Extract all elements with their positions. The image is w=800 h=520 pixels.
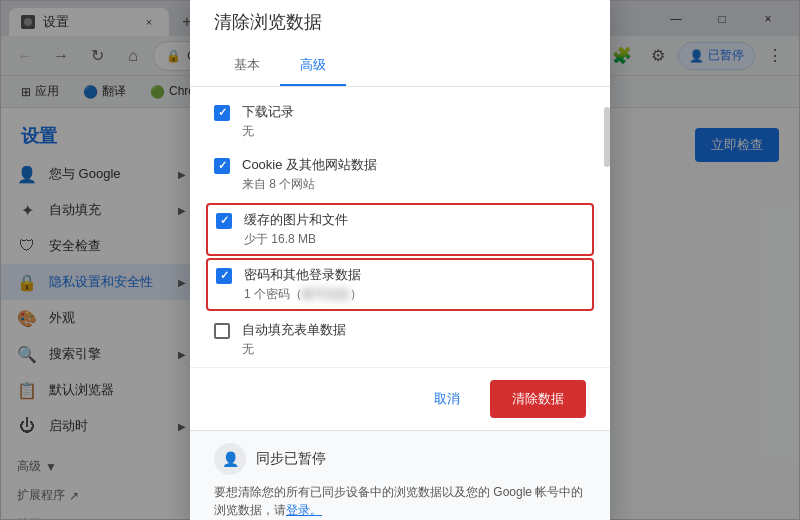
blurred-password-info: 账号信息	[302, 287, 350, 301]
scrollbar[interactable]	[604, 87, 610, 367]
dialog-footer: 取消 清除数据	[190, 367, 610, 430]
checkbox-passwords-box[interactable]: ✓	[216, 268, 232, 284]
dialog-body: ✓ 下载记录 无 ✓ Cookie 及其他网站数据 来自 8 个网站	[190, 87, 610, 367]
checkmark-icon-4: ✓	[220, 269, 229, 282]
sync-header: 👤 同步已暂停	[214, 443, 586, 475]
checkbox-cookies-desc: 来自 8 个网站	[242, 176, 377, 193]
checkbox-downloads-text: 下载记录 无	[242, 103, 294, 140]
checkbox-passwords-text: 密码和其他登录数据 1 个密码（账号信息）	[244, 266, 362, 303]
checkbox-cookies-text: Cookie 及其他网站数据 来自 8 个网站	[242, 156, 377, 193]
checkbox-downloads-box[interactable]: ✓	[214, 105, 230, 121]
checkbox-downloads-desc: 无	[242, 123, 294, 140]
checkbox-cache-text: 缓存的图片和文件 少于 16.8 MB	[244, 211, 348, 248]
avatar-icon: 👤	[222, 451, 239, 467]
checkbox-cache[interactable]: ✓ 缓存的图片和文件 少于 16.8 MB	[206, 203, 594, 256]
sync-title: 同步已暂停	[256, 450, 326, 468]
checkbox-autofill-label: 自动填充表单数据	[242, 321, 346, 339]
checkbox-cache-desc: 少于 16.8 MB	[244, 231, 348, 248]
login-link[interactable]: 登录。	[286, 503, 322, 517]
sync-notification: 👤 同步已暂停 要想清除您的所有已同步设备中的浏览数据以及您的 Google 帐…	[190, 430, 610, 521]
sync-avatar: 👤	[214, 443, 246, 475]
checkbox-passwords-desc: 1 个密码（账号信息）	[244, 286, 362, 303]
clear-data-button[interactable]: 清除数据	[490, 380, 586, 418]
checkbox-cookies-box[interactable]: ✓	[214, 158, 230, 174]
checkbox-autofill-desc: 无	[242, 341, 346, 358]
checkbox-cookies[interactable]: ✓ Cookie 及其他网站数据 来自 8 个网站	[190, 148, 610, 201]
dialog-title: 清除浏览数据	[190, 0, 610, 46]
tab-basic[interactable]: 基本	[214, 46, 280, 86]
tab-advanced[interactable]: 高级	[280, 46, 346, 86]
checkmark-icon-2: ✓	[218, 159, 227, 172]
checkbox-autofill[interactable]: 自动填充表单数据 无	[190, 313, 610, 366]
checkbox-passwords[interactable]: ✓ 密码和其他登录数据 1 个密码（账号信息）	[206, 258, 594, 311]
checkbox-passwords-label: 密码和其他登录数据	[244, 266, 362, 284]
checkbox-cache-box[interactable]: ✓	[216, 213, 232, 229]
checkmark-icon-3: ✓	[220, 214, 229, 227]
checkbox-downloads-label: 下载记录	[242, 103, 294, 121]
dialog-tabs: 基本 高级	[190, 46, 610, 87]
checkbox-downloads[interactable]: ✓ 下载记录 无	[190, 95, 610, 148]
cancel-button[interactable]: 取消	[414, 380, 480, 418]
scrollbar-thumb	[604, 107, 610, 167]
clear-data-dialog: 清除浏览数据 基本 高级 ✓ 下载记录 无	[190, 0, 610, 520]
sync-body: 要想清除您的所有已同步设备中的浏览数据以及您的 Google 帐号中的浏览数据，…	[214, 483, 586, 519]
checkbox-autofill-text: 自动填充表单数据 无	[242, 321, 346, 358]
checkbox-autofill-box[interactable]	[214, 323, 230, 339]
checkbox-cache-label: 缓存的图片和文件	[244, 211, 348, 229]
modal-overlay[interactable]: 清除浏览数据 基本 高级 ✓ 下载记录 无	[0, 0, 800, 520]
checkmark-icon: ✓	[218, 106, 227, 119]
checkbox-cookies-label: Cookie 及其他网站数据	[242, 156, 377, 174]
